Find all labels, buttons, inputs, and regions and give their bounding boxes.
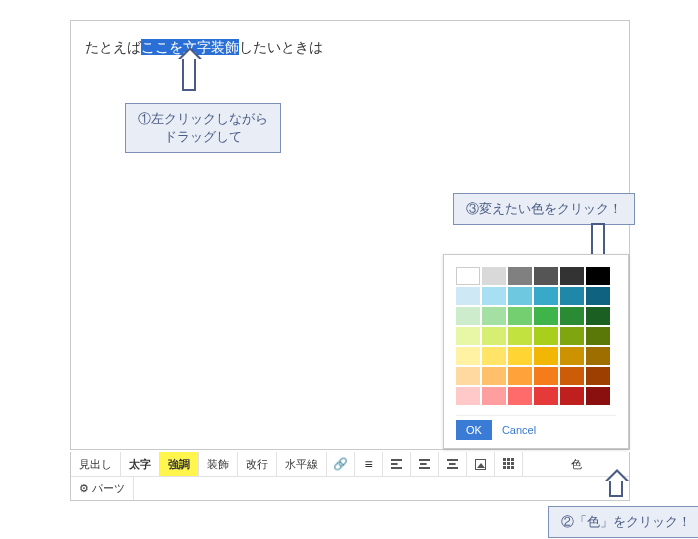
color-swatch-grid [456,267,616,405]
callout-step1: ①左クリックしながら ドラッグして [125,103,281,153]
linebreak-button[interactable]: 改行 [238,452,277,476]
grid-icon [503,458,514,470]
color-picker-popover: OK Cancel [443,254,629,449]
arrow-step1 [182,57,196,91]
color-swatch[interactable] [508,287,532,305]
gear-icon [79,482,89,495]
image-button[interactable] [467,452,495,476]
color-swatch[interactable] [560,367,584,385]
color-swatch[interactable] [482,267,506,285]
cancel-link[interactable]: Cancel [502,424,536,436]
color-swatch[interactable] [586,307,610,325]
color-swatch[interactable] [508,387,532,405]
callout-step3: ③変えたい色をクリック！ [453,193,635,225]
editor-text-line[interactable]: たとえばここを文字装飾したいときは [85,39,615,57]
emphasis-button[interactable]: 強調 [160,452,199,476]
bold-button[interactable]: 太字 [121,452,160,476]
toolbar-row-1: 見出し 太字 強調 装飾 改行 水平線 色 [71,452,629,476]
align-left-icon [391,459,402,469]
color-swatch[interactable] [586,367,610,385]
decoration-button[interactable]: 装飾 [199,452,238,476]
color-swatch[interactable] [508,367,532,385]
text-after: したいときは [239,39,323,55]
color-swatch[interactable] [560,327,584,345]
grid-button[interactable] [495,452,523,476]
color-swatch[interactable] [508,307,532,325]
picker-actions: OK Cancel [456,415,616,440]
color-swatch[interactable] [560,267,584,285]
color-swatch[interactable] [534,367,558,385]
color-swatch[interactable] [586,327,610,345]
color-swatch[interactable] [508,327,532,345]
arrow-step2 [609,479,623,497]
horizontal-rule-button[interactable]: 水平線 [277,452,327,476]
toolbar-row-2: パーツ [71,476,629,500]
color-swatch[interactable] [482,307,506,325]
color-swatch[interactable] [508,347,532,365]
toolbar: 見出し 太字 強調 装飾 改行 水平線 色 パーツ [70,452,630,501]
color-swatch[interactable] [534,327,558,345]
color-swatch[interactable] [586,287,610,305]
heading-button[interactable]: 見出し [71,452,121,476]
color-swatch[interactable] [482,387,506,405]
list-icon [364,456,372,472]
color-swatch[interactable] [482,347,506,365]
color-swatch[interactable] [456,367,480,385]
color-swatch[interactable] [560,287,584,305]
color-swatch[interactable] [482,287,506,305]
color-swatch[interactable] [508,267,532,285]
align-center-icon [419,459,430,469]
toolbar-spacer [134,477,629,500]
ok-button[interactable]: OK [456,420,492,440]
color-swatch[interactable] [534,387,558,405]
color-swatch[interactable] [534,347,558,365]
color-swatch[interactable] [534,287,558,305]
color-swatch[interactable] [586,387,610,405]
callout-step1-line2: ドラッグして [138,128,268,146]
color-swatch[interactable] [456,327,480,345]
color-swatch[interactable] [560,307,584,325]
color-swatch[interactable] [560,347,584,365]
color-swatch[interactable] [482,327,506,345]
color-swatch[interactable] [534,267,558,285]
color-swatch[interactable] [456,387,480,405]
color-swatch[interactable] [456,347,480,365]
link-icon [333,457,348,471]
image-icon [475,459,486,470]
list-button[interactable] [355,452,383,476]
link-button[interactable] [327,452,355,476]
align-center-button[interactable] [411,452,439,476]
align-right-icon [447,459,458,469]
color-swatch[interactable] [560,387,584,405]
color-swatch[interactable] [586,267,610,285]
color-swatch[interactable] [534,307,558,325]
color-swatch[interactable] [456,287,480,305]
color-swatch[interactable] [586,347,610,365]
align-right-button[interactable] [439,452,467,476]
callout-step2: ②「色」をクリック！ [548,506,698,538]
editor-area[interactable]: たとえばここを文字装飾したいときは ①左クリックしながら ドラッグして ③変えた… [70,20,630,450]
text-before: たとえば [85,39,141,55]
callout-step1-line1: ①左クリックしながら [138,110,268,128]
color-swatch[interactable] [456,267,480,285]
align-left-button[interactable] [383,452,411,476]
color-swatch[interactable] [456,307,480,325]
color-swatch[interactable] [482,367,506,385]
parts-button[interactable]: パーツ [71,477,134,500]
